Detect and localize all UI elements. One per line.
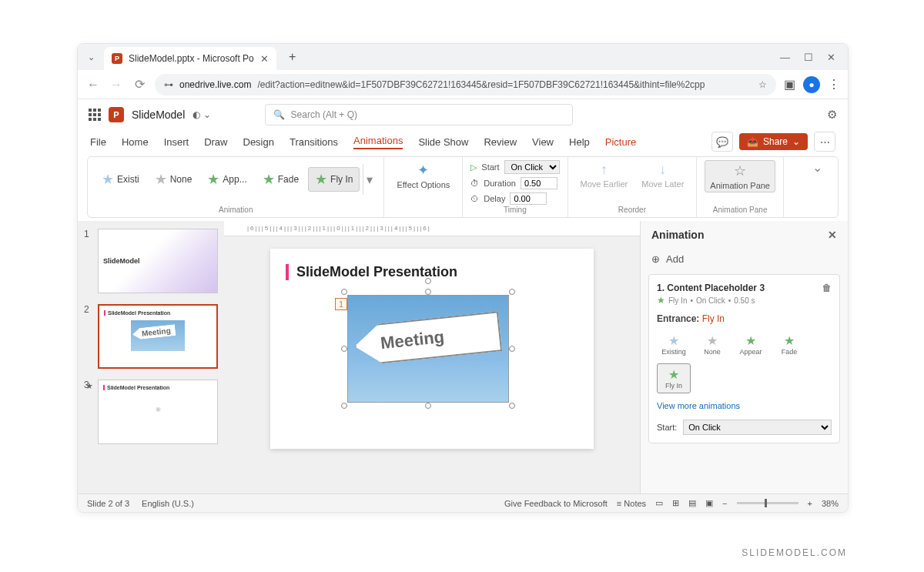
duration-label: Duration <box>484 179 516 188</box>
reload-icon[interactable]: ⟳ <box>132 77 147 92</box>
url-path: /edit?action=editnew&id=1F507DBF39C62721… <box>257 79 705 90</box>
animation-item[interactable]: 1. Content Placeholder 3 🗑 ★Fly In • On … <box>648 274 840 443</box>
document-name[interactable]: SlideModel <box>132 109 185 121</box>
entrance-option-none[interactable]: ★None <box>695 330 729 359</box>
animation-tag[interactable]: 1 <box>335 298 347 310</box>
entrance-option-fade[interactable]: ★Fade <box>772 330 806 359</box>
animation-gallery-more[interactable]: ▾ <box>363 164 376 195</box>
slide-title[interactable]: SlideModel Presentation <box>286 264 578 280</box>
close-tab-icon[interactable]: ✕ <box>260 53 269 65</box>
tab-search-icon[interactable]: ⌄ <box>84 50 98 64</box>
address-bar[interactable]: ⊶ onedrive.live.com /edit?action=editnew… <box>155 74 776 95</box>
normal-view-icon[interactable]: ▭ <box>655 498 663 508</box>
share-button[interactable]: 📤 Share ⌄ <box>739 133 808 150</box>
feedback-link[interactable]: Give Feedback to Microsoft <box>504 499 608 508</box>
search-placeholder: Search (Alt + Q) <box>291 109 357 120</box>
menu-home[interactable]: Home <box>122 136 149 148</box>
zoom-in[interactable]: + <box>808 499 812 508</box>
zoom-slider[interactable] <box>737 502 798 504</box>
slide[interactable]: SlideModel Presentation 1 Meeting <box>270 249 594 449</box>
duration-icon: ⏱ <box>470 179 479 188</box>
settings-icon[interactable]: ⚙ <box>827 108 837 122</box>
menu-help[interactable]: Help <box>569 136 590 148</box>
animation-option-fade[interactable]: ★Fade <box>256 168 305 191</box>
browser-tab[interactable]: P SlideModel.pptx - Microsoft Po ✕ <box>104 47 276 70</box>
menu-picture[interactable]: Picture <box>605 136 636 148</box>
zoom-level[interactable]: 38% <box>822 499 839 508</box>
browser-titlebar: ⌄ P SlideModel.pptx - Microsoft Po ✕ + —… <box>78 44 848 70</box>
delay-icon: ⏲ <box>470 194 479 203</box>
close-pane-icon[interactable]: ✕ <box>828 229 837 241</box>
notes-button[interactable]: ≡ Notes <box>617 499 646 508</box>
entrance-option-fly in[interactable]: ★Fly In <box>657 363 691 393</box>
slide-canvas: |6|||5|||4|||3|||2|||1|||0|||1|||2|||3||… <box>224 221 640 493</box>
add-animation-button[interactable]: ⊕Add <box>641 249 848 269</box>
delay-label: Delay <box>484 194 505 203</box>
pane-start-label: Start: <box>657 423 677 432</box>
forward-icon[interactable]: → <box>109 78 124 92</box>
app-launcher-icon[interactable] <box>89 109 101 121</box>
slide-thumb-3[interactable]: 3SlideModel Presentation◉ <box>84 380 218 444</box>
animation-option-existi[interactable]: ★Existi <box>95 168 146 191</box>
animation-pane-button[interactable]: ☆Animation Pane <box>705 160 775 192</box>
menu-draw[interactable]: Draw <box>204 136 227 148</box>
browser-menu-icon[interactable]: ⋮ <box>828 77 840 92</box>
maximize-icon[interactable]: ☐ <box>804 52 813 63</box>
move-later-button[interactable]: ↓Move Later <box>637 160 688 190</box>
ribbon-collapse-icon[interactable]: ⌄ <box>812 160 822 175</box>
animation-gallery[interactable]: ★Existi★None★App...★Fade★Fly In▾ <box>95 160 376 199</box>
overflow-menu[interactable]: ⋯ <box>814 132 835 152</box>
delete-animation-icon[interactable]: 🗑 <box>822 283 832 293</box>
minimize-icon[interactable]: — <box>780 52 790 63</box>
slide-thumb-2[interactable]: 2SlideModel PresentationMeeting★ <box>84 304 218 369</box>
pane-start-select[interactable]: On Click <box>683 420 832 435</box>
selected-image[interactable]: Meeting <box>347 295 509 403</box>
menu-slideshow[interactable]: Slide Show <box>418 136 468 148</box>
animation-option-app...[interactable]: ★App... <box>201 168 253 191</box>
menu-transitions[interactable]: Transitions <box>290 136 338 148</box>
sorter-view-icon[interactable]: ⊞ <box>672 498 679 508</box>
animation-option-fly in[interactable]: ★Fly In <box>308 167 360 192</box>
new-tab-button[interactable]: + <box>283 47 303 67</box>
search-input[interactable]: 🔍 Search (Alt + Q) <box>265 104 573 125</box>
animation-pane: Animation ✕ ⊕Add 1. Content Placeholder … <box>640 221 848 493</box>
menu-review[interactable]: Review <box>484 136 517 148</box>
reading-list-icon[interactable]: ▣ <box>784 77 795 92</box>
menu-design[interactable]: Design <box>243 136 274 148</box>
comments-button[interactable]: 💬 <box>711 132 733 152</box>
menu-file[interactable]: File <box>90 136 106 148</box>
ribbon: ★Existi★None★App...★Fade★Fly In▾ Animati… <box>87 156 839 218</box>
effect-options-button[interactable]: ✦ Effect Options <box>392 160 454 191</box>
language-indicator[interactable]: English (U.S.) <box>142 499 194 508</box>
view-more-link[interactable]: View more animations <box>657 401 832 410</box>
slide-thumb-1[interactable]: 1SlideModel <box>84 229 218 293</box>
slide-indicator[interactable]: Slide 2 of 3 <box>87 499 129 508</box>
start-label: Start <box>481 162 499 172</box>
bookmark-icon[interactable]: ☆ <box>758 79 767 90</box>
start-select[interactable]: On Click <box>504 160 560 174</box>
pane-title: Animation <box>651 229 704 241</box>
entrance-option-appear[interactable]: ★Appear <box>734 330 768 359</box>
menu-animations[interactable]: Animations <box>353 135 403 149</box>
site-info-icon[interactable]: ⊶ <box>164 79 173 90</box>
close-icon[interactable]: ✕ <box>827 52 835 63</box>
delay-input[interactable] <box>510 192 547 205</box>
plus-icon: ⊕ <box>651 253 660 265</box>
browser-window: ⌄ P SlideModel.pptx - Microsoft Po ✕ + —… <box>77 43 849 513</box>
back-icon[interactable]: ← <box>85 78 101 92</box>
zoom-out[interactable]: − <box>722 499 727 508</box>
slide-thumbnails[interactable]: 1SlideModel2SlideModel PresentationMeeti… <box>78 221 224 493</box>
group-label-pane: Animation Pane <box>713 206 768 214</box>
move-earlier-button[interactable]: ↑Move Earlier <box>576 160 633 190</box>
menu-insert[interactable]: Insert <box>164 136 189 148</box>
duration-input[interactable] <box>521 177 557 189</box>
browser-toolbar: ← → ⟳ ⊶ onedrive.live.com /edit?action=e… <box>78 70 848 99</box>
animation-option-none[interactable]: ★None <box>149 168 199 191</box>
reading-view-icon[interactable]: ▤ <box>688 498 696 508</box>
entrance-option-existing[interactable]: ★Existing <box>657 330 691 359</box>
profile-avatar[interactable]: ● <box>803 76 820 93</box>
workarea: 1SlideModel2SlideModel PresentationMeeti… <box>78 221 848 493</box>
menu-view[interactable]: View <box>532 136 554 148</box>
slideshow-view-icon[interactable]: ▣ <box>705 498 713 508</box>
sensitivity-icon[interactable]: ◐ ⌄ <box>192 109 210 120</box>
